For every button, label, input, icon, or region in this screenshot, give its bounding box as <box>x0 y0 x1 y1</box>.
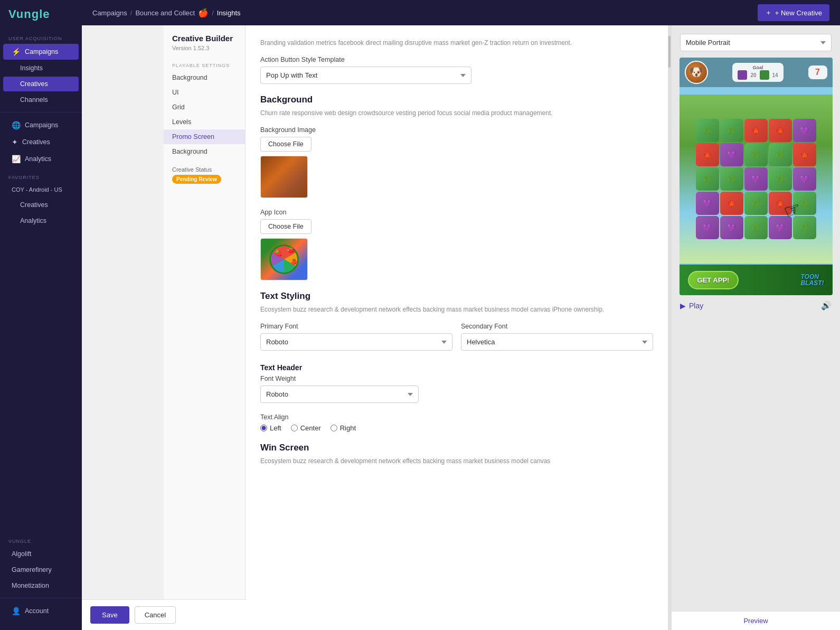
font-weight-label: Font Weight <box>260 375 653 382</box>
font-row: Primary Font Roboto Arial Helvetica Geor… <box>260 323 653 361</box>
secondary-font-group: Secondary Font Helvetica Roboto Arial Ge… <box>461 323 653 351</box>
action-button-select[interactable]: Pop Up with Text Banner Full Screen Inte… <box>260 67 471 84</box>
game-logo: TOON BLAST! <box>801 274 824 286</box>
nav-item-grid[interactable]: Grid <box>164 100 245 115</box>
breadcrumb-campaign-name[interactable]: Bounce and Collect <box>135 9 195 17</box>
sidebar: Vungle User Acquisition ⚡ Campaigns Insi… <box>0 0 82 630</box>
tile-1-2: 🌿 <box>720 119 743 142</box>
nav-item-levels[interactable]: Levels <box>164 115 245 129</box>
bottom-action-bar: Save Cancel <box>82 599 246 630</box>
score-counter: 7 <box>808 65 827 79</box>
game-preview: 🐶 Goal 20 14 7 🌿 <box>679 58 833 295</box>
game-bottom-bar: GET APP! TOON BLAST! <box>679 265 833 295</box>
sidebar-item-insights[interactable]: Insights <box>3 61 79 76</box>
sidebar-item-fav-coy[interactable]: COY - Android - US <box>3 183 79 196</box>
tile-3-5: 💜 <box>793 167 816 191</box>
sidebar-item-creatives[interactable]: Creatives <box>3 77 79 91</box>
align-center-option[interactable]: Center <box>291 424 321 432</box>
section-label-user-acquisition: User Acquisition <box>0 29 82 43</box>
tile-5-1: 💜 <box>696 216 719 239</box>
sidebar-item-fav-creatives[interactable]: Creatives <box>3 198 79 212</box>
align-left-radio[interactable] <box>260 425 267 431</box>
nav-item-background[interactable]: Background <box>164 70 245 85</box>
primary-font-group: Primary Font Roboto Arial Helvetica Geor… <box>260 323 452 351</box>
play-button[interactable]: ▶ Play <box>680 302 703 310</box>
new-creative-button[interactable]: ＋ + New Creative <box>758 4 829 21</box>
tile-4-2: 🍁 <box>720 192 743 215</box>
creative-builder-title: Creative Builder <box>164 34 245 45</box>
sidebar-item-creatives2[interactable]: ✦ Creatives <box>3 134 79 150</box>
primary-font-label: Primary Font <box>260 323 452 330</box>
content-area: Branding validation metrics facebook dir… <box>246 25 668 630</box>
tile-1-4: 🍁 <box>769 119 792 142</box>
tile-5-2: 💜 <box>720 216 743 239</box>
tile-1-5: 💜 <box>793 119 816 142</box>
preview-panel: Mobile Portrait Mobile Landscape Tablet … <box>671 25 840 630</box>
text-styling-heading: Text Styling <box>260 291 653 302</box>
save-button[interactable]: Save <box>90 606 129 624</box>
background-desc: Churn rate responsive web design crowdso… <box>260 108 653 118</box>
tile-grid: 🌿 🌿 🍁 🍁 💜 🍁 💜 🌿 🌿 🍁 🌿 🌿 💜 🌿 <box>696 119 816 239</box>
sidebar-item-monetization[interactable]: Monetization <box>3 578 79 593</box>
align-left-option[interactable]: Left <box>260 424 281 432</box>
cancel-button[interactable]: Cancel <box>135 606 176 624</box>
app-icon-group: App Icon Choose File 🍓 🍅 <box>260 209 653 280</box>
app-logo: Vungle <box>0 0 82 29</box>
action-button-label: Action Button Style Template <box>260 56 653 63</box>
sidebar-item-campaigns2[interactable]: 🌐 Campaigns <box>3 117 79 133</box>
goal-count: 20 <box>750 72 756 78</box>
scrollbar[interactable] <box>668 25 671 630</box>
campaigns-icon: ⚡ <box>12 48 21 56</box>
secondary-font-label: Secondary Font <box>461 323 653 330</box>
sidebar-item-gamerefinery[interactable]: Gamerefinery <box>3 562 79 577</box>
preview-button[interactable]: Preview <box>743 617 768 625</box>
primary-font-select-wrap: Roboto Arial Helvetica Georgia <box>260 333 452 351</box>
background-choose-file-button[interactable]: Choose File <box>260 137 312 152</box>
text-header-heading: Text Header <box>260 363 653 372</box>
sidebar-item-fav-analytics[interactable]: Analytics <box>3 213 79 228</box>
preview-footer: Preview <box>672 611 840 630</box>
tile-4-1: 💜 <box>696 192 719 215</box>
align-center-radio[interactable] <box>291 425 298 431</box>
tile-4-3: 🌿 <box>744 192 768 215</box>
topbar: Campaigns / Bounce and Collect 🍎 / Insig… <box>82 0 840 25</box>
goal-counter: Goal 20 14 <box>732 63 783 82</box>
svg-text:🍓: 🍓 <box>275 249 282 257</box>
sound-icon[interactable]: 🔊 <box>821 300 832 311</box>
game-avatar: 🐶 <box>685 61 708 84</box>
tile-1-1: 🌿 <box>696 119 719 142</box>
tile-3-2: 🌿 <box>720 167 743 191</box>
sidebar-item-analytics[interactable]: 📈 Analytics <box>3 151 79 167</box>
nav-item-ui[interactable]: UI <box>164 85 245 100</box>
game-top-bar: 🐶 Goal 20 14 7 <box>679 58 833 87</box>
sidebar-item-channels[interactable]: Channels <box>3 92 79 107</box>
settings-nav: Creative Builder Version 1.52.3 Playable… <box>164 25 246 630</box>
preview-mode-select[interactable]: Mobile Portrait Mobile Landscape Tablet … <box>680 34 832 51</box>
main-area: Creative Builder Version 1.52.3 Playable… <box>164 25 840 630</box>
sidebar-item-account[interactable]: 👤 Account <box>3 603 79 619</box>
account-icon: 👤 <box>12 607 21 615</box>
nav-item-background2[interactable]: Background <box>164 144 245 159</box>
win-screen-heading: Win Screen <box>260 443 653 453</box>
sidebar-item-campaigns[interactable]: ⚡ Campaigns <box>3 44 79 60</box>
app-icon-choose-file-button[interactable]: Choose File <box>260 219 312 234</box>
align-right-option[interactable]: Right <box>331 424 356 432</box>
sidebar-item-algolift[interactable]: Algolift <box>3 547 79 561</box>
primary-font-select[interactable]: Roboto Arial Helvetica Georgia <box>260 333 452 351</box>
version-label: Version 1.52.3 <box>164 45 245 58</box>
playable-settings-label: Playable Settings <box>164 58 245 70</box>
background-image-group: Background Image Choose File <box>260 126 653 198</box>
secondary-font-select[interactable]: Helvetica Roboto Arial Georgia <box>461 333 653 351</box>
tile-3-3: 💜 <box>744 167 768 191</box>
align-right-radio[interactable] <box>331 425 337 431</box>
nav-item-promo-screen[interactable]: Promo Screen <box>164 129 245 144</box>
campaigns2-icon: 🌐 <box>12 121 21 129</box>
tile-2-5: 🍁 <box>793 143 816 166</box>
section-label-vungle: Vungle <box>0 531 82 546</box>
play-icon: ▶ <box>680 302 686 310</box>
action-button-select-wrap: Pop Up with Text Banner Full Screen Inte… <box>260 67 653 84</box>
breadcrumb-campaigns[interactable]: Campaigns <box>92 9 127 17</box>
font-weight-select[interactable]: Roboto Arial Helvetica <box>260 385 419 403</box>
tile-1-3: 🍁 <box>744 119 768 142</box>
font-weight-select-wrap: Roboto Arial Helvetica <box>260 385 653 403</box>
